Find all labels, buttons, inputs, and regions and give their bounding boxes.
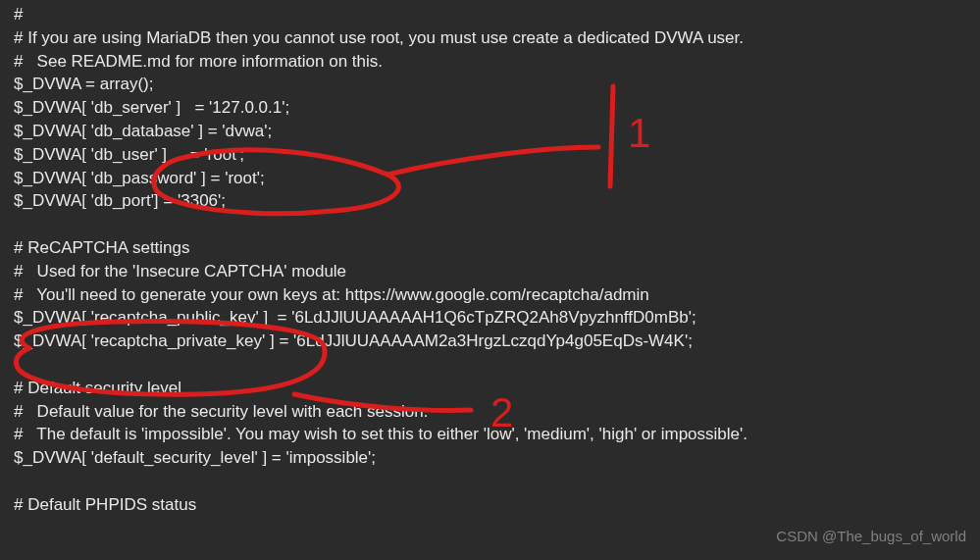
watermark: CSDN @The_bugs_of_world <box>776 526 966 546</box>
config-code-block: # # If you are using MariaDB then you ca… <box>0 0 980 523</box>
